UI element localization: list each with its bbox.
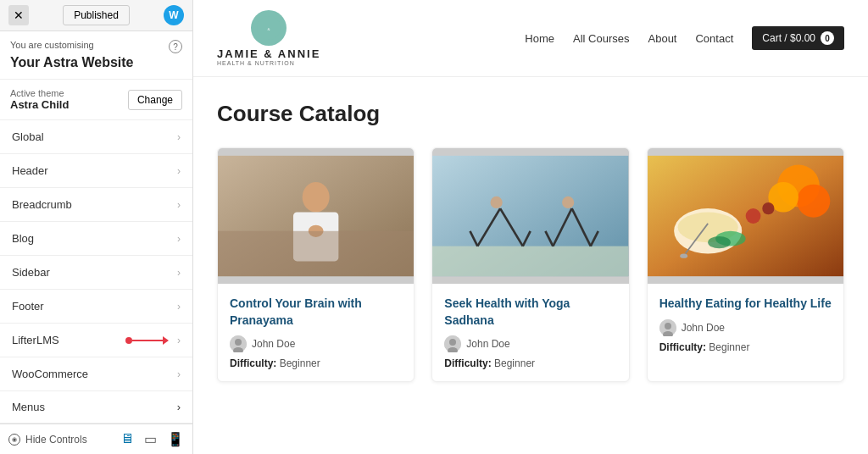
- author-avatar-2: [444, 335, 461, 352]
- cart-button[interactable]: Cart / $0.00 0: [752, 26, 844, 50]
- wp-icon: W: [164, 5, 184, 25]
- lifterlms-arrow-indicator: [125, 336, 169, 345]
- svg-point-38: [665, 323, 671, 329]
- difficulty-label-1: Difficulty:: [230, 357, 276, 369]
- active-theme-info: Active theme Astra Child: [10, 88, 69, 111]
- svg-point-31: [745, 208, 760, 224]
- course-author-1: John Doe: [230, 335, 402, 352]
- course-info-1: Control Your Brain with Pranayama John D…: [218, 284, 414, 381]
- course-title-link-1[interactable]: Control Your Brain with Pranayama: [230, 296, 362, 327]
- top-bar: ✕ Published W: [0, 0, 192, 31]
- chevron-right-icon: ›: [177, 301, 181, 313]
- site-nav: Home All Courses About Contact Cart / $0…: [525, 26, 844, 50]
- nav-item-menus[interactable]: Menus ›: [0, 391, 192, 424]
- active-theme-label: Active theme: [10, 88, 69, 98]
- chevron-right-icon: ›: [177, 165, 181, 177]
- nav-item-label: LifterLMS: [12, 334, 59, 346]
- hide-controls-label: Hide Controls: [25, 434, 87, 446]
- svg-point-23: [449, 339, 456, 346]
- course-title-2[interactable]: Seek Health with Yoga Sadhana: [444, 296, 616, 329]
- device-icons: 🖥 ▭ 📱: [120, 431, 184, 447]
- nav-item-label: Blog: [12, 232, 34, 245]
- nav-item-footer[interactable]: Footer ›: [0, 290, 192, 324]
- nav-item-sidebar[interactable]: Sidebar ›: [0, 256, 192, 290]
- site-logo: & JAMIE & ANNIE HEALTH & NUTRITION: [217, 10, 320, 66]
- difficulty-value-1: Beginner: [280, 357, 320, 369]
- nav-link-all-courses[interactable]: All Courses: [573, 32, 629, 45]
- course-card-2[interactable]: Seek Health with Yoga Sadhana John Doe: [431, 147, 629, 382]
- course-title-link-2[interactable]: Seek Health with Yoga Sadhana: [444, 296, 570, 327]
- nav-item-lifterlms[interactable]: LifterLMS ›: [0, 324, 192, 357]
- cart-label: Cart / $0.00: [762, 32, 815, 44]
- svg-point-19: [562, 197, 574, 208]
- nav-link-about[interactable]: About: [648, 32, 677, 45]
- nav-item-breadcrumb[interactable]: Breadcrumb ›: [0, 188, 192, 222]
- eye-icon: ◉: [8, 434, 20, 446]
- nav-item-label: WooCommerce: [12, 368, 88, 380]
- nav-item-global[interactable]: Global ›: [0, 120, 192, 154]
- desktop-icon[interactable]: 🖥: [120, 431, 134, 447]
- chevron-right-icon: ›: [177, 267, 181, 279]
- course-title-link-3[interactable]: Healthy Eating for Healthy Life: [659, 296, 832, 310]
- difficulty-label-3: Difficulty:: [659, 341, 706, 353]
- course-author-2: John Doe: [444, 335, 616, 352]
- difficulty-label-2: Difficulty:: [444, 357, 491, 369]
- logo-name: JAMIE & ANNIE: [217, 47, 320, 60]
- course-difficulty-3: Difficulty: Beginner: [659, 341, 832, 353]
- course-info-3: Healthy Eating for Healthy Life John Doe: [648, 284, 843, 365]
- nav-link-contact[interactable]: Contact: [695, 32, 733, 45]
- course-difficulty-1: Difficulty: Beginner: [230, 357, 402, 369]
- help-icon[interactable]: ?: [169, 40, 182, 53]
- chevron-right-icon: ›: [177, 368, 181, 380]
- cart-count-badge: 0: [821, 31, 834, 45]
- red-dot-icon: [125, 337, 132, 344]
- change-theme-button[interactable]: Change: [128, 90, 182, 110]
- chevron-right-icon: ›: [177, 401, 181, 413]
- nav-items-list: Global › Header › Breadcrumb › Blog › Si…: [0, 120, 192, 424]
- red-arrowhead-icon: [163, 336, 169, 345]
- chevron-right-icon: ›: [177, 335, 181, 346]
- mobile-icon[interactable]: 📱: [167, 431, 184, 447]
- difficulty-value-2: Beginner: [494, 357, 535, 369]
- close-button[interactable]: ✕: [8, 5, 29, 25]
- active-theme-row: Active theme Astra Child Change: [0, 80, 192, 120]
- svg-point-14: [491, 197, 503, 208]
- nav-item-woocommerce[interactable]: WooCommerce ›: [0, 357, 192, 391]
- author-name-2: John Doe: [466, 338, 509, 350]
- svg-point-3: [303, 182, 330, 213]
- course-title-3[interactable]: Healthy Eating for Healthy Life: [659, 296, 832, 313]
- nav-link-home[interactable]: Home: [525, 32, 554, 45]
- site-preview: & JAMIE & ANNIE HEALTH & NUTRITION Home …: [193, 0, 868, 454]
- customizing-label-text: You are customising: [10, 40, 94, 53]
- svg-point-29: [797, 185, 830, 218]
- course-image-2: [432, 148, 628, 284]
- nav-item-label: Breadcrumb: [12, 198, 72, 211]
- red-arrow-line: [132, 340, 163, 341]
- course-grid: Control Your Brain with Pranayama John D…: [217, 147, 844, 382]
- nav-item-label: Global: [12, 130, 44, 143]
- course-difficulty-2: Difficulty: Beginner: [444, 357, 616, 369]
- author-avatar-1: [230, 335, 247, 352]
- nav-item-label: Menus: [12, 401, 45, 413]
- published-button[interactable]: Published: [63, 5, 130, 25]
- site-header: & JAMIE & ANNIE HEALTH & NUTRITION Home …: [193, 0, 868, 77]
- svg-rect-6: [218, 231, 414, 276]
- nav-item-blog[interactable]: Blog ›: [0, 222, 192, 256]
- logo-brand-text: JAMIE & ANNIE HEALTH & NUTRITION: [217, 47, 320, 66]
- course-info-2: Seek Health with Yoga Sadhana John Doe: [432, 284, 628, 381]
- hide-controls-button[interactable]: ◉ Hide Controls: [8, 434, 87, 446]
- tablet-icon[interactable]: ▭: [144, 431, 157, 447]
- author-avatar-3: [659, 319, 676, 336]
- course-title-1[interactable]: Control Your Brain with Pranayama: [230, 296, 402, 329]
- course-card-1[interactable]: Control Your Brain with Pranayama John D…: [217, 147, 415, 382]
- nav-item-label: Sidebar: [12, 266, 50, 279]
- course-image-3: [648, 148, 843, 284]
- svg-point-34: [680, 253, 687, 257]
- difficulty-value-3: Beginner: [709, 341, 749, 353]
- logo-tagline: HEALTH & NUTRITION: [217, 60, 320, 66]
- chevron-right-icon: ›: [177, 199, 181, 211]
- course-card-3[interactable]: Healthy Eating for Healthy Life John Doe: [647, 147, 844, 382]
- author-name-1: John Doe: [252, 338, 295, 350]
- nav-item-header[interactable]: Header ›: [0, 154, 192, 188]
- nav-item-label: Header: [12, 164, 48, 177]
